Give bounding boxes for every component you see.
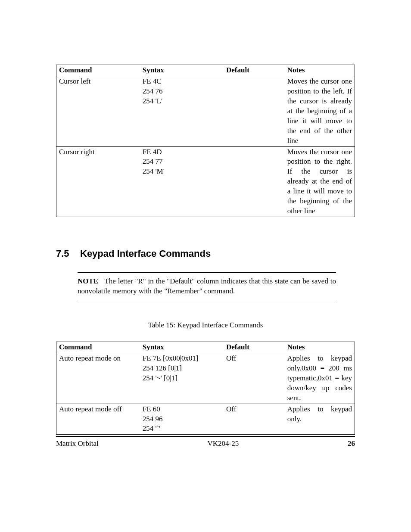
keypad-commands-table: Command Syntax Default Notes Auto repeat… [56,342,355,435]
cell-default [224,76,285,146]
cell-notes: Applies to keypad only. [285,404,355,435]
col-header-notes: Notes [285,342,355,353]
cell-command: Auto repeat mode on [56,353,140,404]
col-header-command: Command [56,342,140,353]
col-header-default: Default [224,65,285,76]
col-header-default: Default [224,342,285,353]
table-caption: Table 15: Keypad Interface Commands [56,321,355,330]
footer-rule [56,436,355,437]
cell-command: Cursor right [56,146,140,217]
note-block: NOTE The letter "R" in the "Default" col… [78,272,336,300]
note-body: The letter "R" in the "Default" column i… [78,277,336,295]
col-header-command: Command [56,65,140,76]
table-header-row: Command Syntax Default Notes [56,342,355,353]
footer-center: VK204-25 [99,439,348,448]
cell-notes: Applies to keypad only.0x00 = 200 ms typ… [285,353,355,404]
cell-default [224,146,285,217]
cell-command: Auto repeat mode off [56,404,140,435]
table-row: Auto repeat mode on FE 7E [0x00|0x01] 25… [56,353,355,404]
section-title: Keypad Interface Commands [80,248,211,259]
cell-notes: Moves the cursor one position to the lef… [285,76,355,146]
table-row: Cursor left FE 4C 254 76 254 'L' Moves t… [56,76,355,146]
cell-syntax: FE 60 254 96 254 '`' [140,404,224,435]
cell-default: Off [224,353,285,404]
footer-page-number: 26 [348,439,355,448]
page-footer: Matrix Orbital VK204-25 26 [56,436,355,448]
table-header-row: Command Syntax Default Notes [56,65,355,76]
col-header-syntax: Syntax [140,65,224,76]
note-label: NOTE [78,277,98,285]
cell-syntax: FE 7E [0x00|0x01] 254 126 [0|1] 254 '~' … [140,353,224,404]
footer-left: Matrix Orbital [56,439,99,448]
table-row: Auto repeat mode off FE 60 254 96 254 '`… [56,404,355,435]
cell-command: Cursor left [56,76,140,146]
cell-syntax: FE 4C 254 76 254 'L' [140,76,224,146]
cell-notes: Moves the cursor one position to the rig… [285,146,355,217]
section-number: 7.5 [56,248,80,259]
cell-default: Off [224,404,285,435]
note-text: NOTE The letter "R" in the "Default" col… [78,277,336,296]
cursor-commands-table: Command Syntax Default Notes Cursor left… [56,65,355,217]
note-bottom-rule [78,300,336,300]
col-header-notes: Notes [285,65,355,76]
note-top-rule [78,272,336,273]
cell-syntax: FE 4D 254 77 254 'M' [140,146,224,217]
col-header-syntax: Syntax [140,342,224,353]
section-heading: 7.5Keypad Interface Commands [56,248,355,259]
table-row: Cursor right FE 4D 254 77 254 'M' Moves … [56,146,355,217]
